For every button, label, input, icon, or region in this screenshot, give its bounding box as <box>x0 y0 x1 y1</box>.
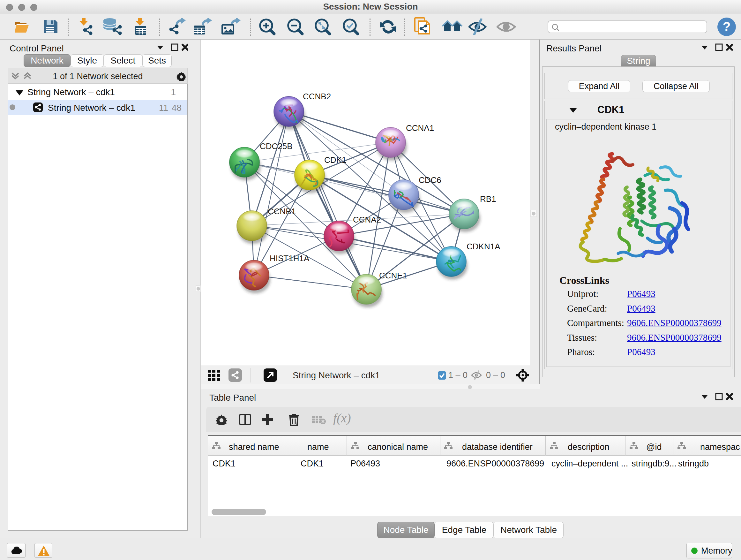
svg-text:CDKN1A: CDKN1A <box>467 242 500 251</box>
svg-text:CDC25B: CDC25B <box>260 141 293 151</box>
svg-text:CDK1: CDK1 <box>324 155 346 165</box>
svg-text:CCNB1: CCNB1 <box>268 206 296 216</box>
svg-text:RB1: RB1 <box>480 194 496 204</box>
svg-text:CCNB2: CCNB2 <box>303 91 331 101</box>
svg-text:CCNA1: CCNA1 <box>406 123 434 133</box>
svg-text:CCNE1: CCNE1 <box>379 271 407 280</box>
svg-text:CCNA2: CCNA2 <box>353 215 381 225</box>
svg-text:HIST1H1A: HIST1H1A <box>270 253 310 263</box>
svg-text:CDC6: CDC6 <box>419 175 441 185</box>
